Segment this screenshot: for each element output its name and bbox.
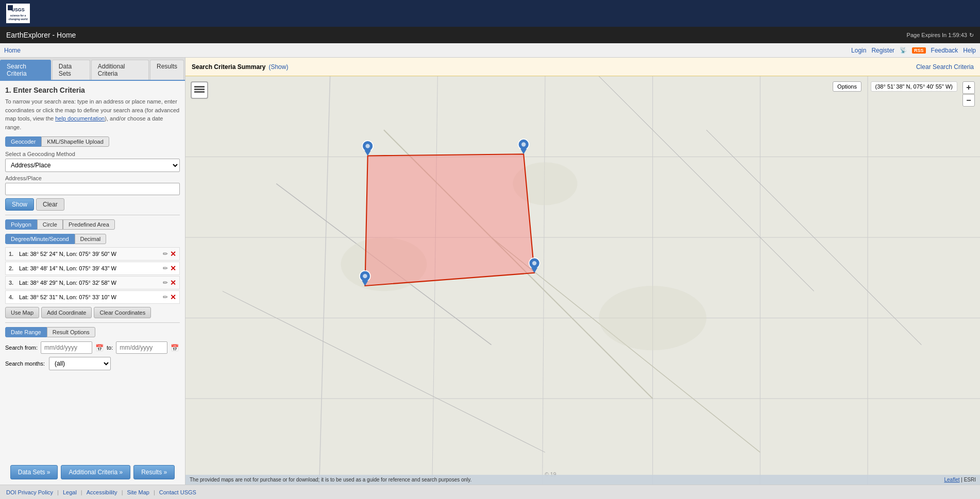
add-coordinate-button[interactable]: Add Coordinate bbox=[41, 307, 92, 318]
coord-list: 1. Lat: 38° 52' 24" N, Lon: 075° 39' 50"… bbox=[5, 247, 180, 304]
footer-accessibility-link[interactable]: Accessibility bbox=[87, 489, 117, 495]
coord-text-1: Lat: 38° 52' 24" N, Lon: 075° 39' 50" W bbox=[19, 251, 163, 257]
nav-help-link[interactable]: Help bbox=[963, 47, 976, 54]
map-zoom-controls: + − bbox=[962, 81, 975, 107]
geocoding-method-select[interactable]: Address/Place Feature Path/Address bbox=[5, 159, 180, 172]
svg-text:USGS: USGS bbox=[11, 7, 25, 12]
svg-point-37 bbox=[532, 261, 536, 265]
clear-button[interactable]: Clear bbox=[36, 198, 64, 211]
search-to-input[interactable] bbox=[116, 341, 167, 354]
svg-point-31 bbox=[521, 142, 526, 146]
svg-marker-25 bbox=[365, 154, 534, 286]
show-button[interactable]: Show bbox=[5, 198, 34, 211]
additional-criteria-nav-button[interactable]: Additional Criteria » bbox=[61, 465, 130, 479]
divider-2 bbox=[5, 322, 180, 323]
svg-point-23 bbox=[599, 286, 706, 350]
footer-sitemap-link[interactable]: Site Map bbox=[127, 489, 149, 495]
section-title: 1. Enter Search Criteria bbox=[5, 86, 180, 94]
svg-text:changing world: changing world bbox=[9, 18, 28, 21]
degree-tab-dms[interactable]: Degree/Minute/Second bbox=[5, 234, 75, 244]
data-sets-nav-button[interactable]: Data Sets » bbox=[10, 465, 58, 479]
coord-icons-2: ✏ ✕ bbox=[163, 264, 176, 272]
coord-delete-3[interactable]: ✕ bbox=[170, 279, 176, 287]
logo-area: USGS science for a changing world bbox=[6, 4, 34, 23]
coord-text-3: Lat: 38° 48' 29" N, Lon: 075° 32' 58" W bbox=[19, 280, 163, 286]
footer-legal-link[interactable]: Legal bbox=[63, 489, 77, 495]
nav-login-link[interactable]: Login bbox=[851, 47, 866, 54]
date-range-tabs: Date Range Result Options bbox=[5, 327, 180, 337]
svg-rect-40 bbox=[194, 89, 205, 90]
tab-results[interactable]: Results bbox=[150, 60, 184, 80]
zoom-in-button[interactable]: + bbox=[962, 81, 975, 94]
search-months-select[interactable]: (all) January February March April May J… bbox=[49, 357, 111, 370]
search-from-label: Search from: bbox=[5, 345, 38, 351]
coord-edit-2[interactable]: ✏ bbox=[163, 265, 168, 272]
svg-rect-41 bbox=[194, 91, 205, 93]
coord-delete-1[interactable]: ✕ bbox=[170, 250, 176, 258]
nav-right: Login Register 📡 RSS Feedback Help bbox=[851, 47, 976, 54]
esri-text: ESRI bbox=[964, 477, 976, 483]
coord-edit-1[interactable]: ✏ bbox=[163, 250, 168, 257]
search-from-input[interactable] bbox=[41, 341, 92, 354]
footer-privacy-link[interactable]: DOI Privacy Policy bbox=[6, 489, 53, 495]
address-place-input[interactable] bbox=[5, 183, 180, 195]
to-calendar-icon[interactable]: 📅 bbox=[171, 344, 179, 352]
page-expires-area: Page Expires In 1:59:43 ↻ bbox=[907, 32, 974, 39]
search-summary-bar: Search Criteria Summary (Show) Clear Sea… bbox=[185, 58, 980, 76]
geocoder-tab[interactable]: Geocoder bbox=[5, 136, 41, 147]
shape-tab-circle[interactable]: Circle bbox=[37, 219, 63, 230]
coord-row-1: 1. Lat: 38° 52' 24" N, Lon: 075° 39' 50"… bbox=[5, 247, 180, 261]
coord-edit-4[interactable]: ✏ bbox=[163, 294, 168, 301]
date-section: Date Range Result Options Search from: 📅… bbox=[5, 327, 180, 370]
coord-row-4: 4. Lat: 38° 52' 31" N, Lon: 075° 33' 10"… bbox=[5, 290, 180, 304]
tab-search-criteria[interactable]: Search Criteria bbox=[0, 60, 51, 80]
degree-tab-decimal[interactable]: Decimal bbox=[75, 234, 107, 244]
leaflet-link[interactable]: Leaflet bbox=[944, 477, 959, 483]
left-panel: Search Criteria Data Sets Additional Cri… bbox=[0, 58, 185, 485]
coord-text-2: Lat: 38° 48' 14" N, Lon: 075° 39' 43" W bbox=[19, 265, 163, 271]
show-hide-link[interactable]: (Show) bbox=[268, 63, 288, 71]
rss-badge: RSS bbox=[912, 47, 926, 54]
shape-tab-predefined[interactable]: Predefined Area bbox=[63, 219, 115, 230]
footer: DOI Privacy Policy | Legal | Accessibili… bbox=[0, 485, 980, 499]
zoom-out-button[interactable]: − bbox=[962, 94, 975, 107]
footer-contact-link[interactable]: Contact USGS bbox=[159, 489, 196, 495]
map-container[interactable]: © 19 (38° 51' 38" N, 075° 40' 55" W) Opt… bbox=[185, 76, 980, 485]
help-doc-link[interactable]: help documentation bbox=[55, 115, 105, 122]
coord-num-1: 1. bbox=[9, 251, 17, 257]
results-nav-button[interactable]: Results » bbox=[133, 465, 175, 479]
nav-bar: Home Login Register 📡 RSS Feedback Help bbox=[0, 43, 980, 58]
header-top: USGS science for a changing world bbox=[0, 0, 980, 27]
coord-edit-3[interactable]: ✏ bbox=[163, 279, 168, 286]
map-disclaimer: The provided maps are not for purchase o… bbox=[185, 475, 980, 485]
coord-num-3: 3. bbox=[9, 280, 17, 286]
search-summary-left: Search Criteria Summary (Show) bbox=[192, 63, 288, 71]
use-map-button[interactable]: Use Map bbox=[5, 307, 39, 318]
svg-point-34 bbox=[363, 274, 367, 278]
search-to-label: to: bbox=[107, 345, 113, 351]
divider-1 bbox=[5, 215, 180, 215]
coord-delete-2[interactable]: ✕ bbox=[170, 264, 176, 272]
coord-text-4: Lat: 38° 52' 31" N, Lon: 075° 33' 10" W bbox=[19, 294, 163, 300]
options-button[interactable]: Options bbox=[833, 81, 861, 92]
date-from-row: Search from: 📅 to: 📅 bbox=[5, 341, 180, 354]
refresh-icon[interactable]: ↻ bbox=[969, 32, 974, 39]
tab-data-sets[interactable]: Data Sets bbox=[52, 60, 90, 80]
leaflet-esri-links: Leaflet | ESRI bbox=[944, 477, 976, 483]
layers-button[interactable] bbox=[191, 81, 208, 99]
from-calendar-icon[interactable]: 📅 bbox=[95, 344, 104, 352]
nav-home-link[interactable]: Home bbox=[4, 47, 21, 54]
clear-search-criteria-link[interactable]: Clear Search Criteria bbox=[916, 63, 974, 71]
result-options-tab[interactable]: Result Options bbox=[47, 327, 95, 337]
nav-register-link[interactable]: Register bbox=[871, 47, 894, 54]
clear-coordinates-button[interactable]: Clear Coordinates bbox=[94, 307, 151, 318]
tab-additional-criteria[interactable]: Additional Criteria bbox=[91, 60, 149, 80]
date-range-tab[interactable]: Date Range bbox=[5, 327, 47, 337]
coord-delete-4[interactable]: ✕ bbox=[170, 293, 176, 301]
shape-tab-polygon[interactable]: Polygon bbox=[5, 219, 37, 230]
disclaimer-text: The provided maps are not for purchase o… bbox=[190, 477, 471, 483]
kml-tab[interactable]: KML/Shapefile Upload bbox=[41, 136, 109, 147]
nav-feedback-link[interactable]: Feedback bbox=[931, 47, 958, 54]
footer-sep-2: | bbox=[81, 489, 82, 495]
panel-content: 1. Enter Search Criteria To narrow your … bbox=[0, 81, 185, 460]
